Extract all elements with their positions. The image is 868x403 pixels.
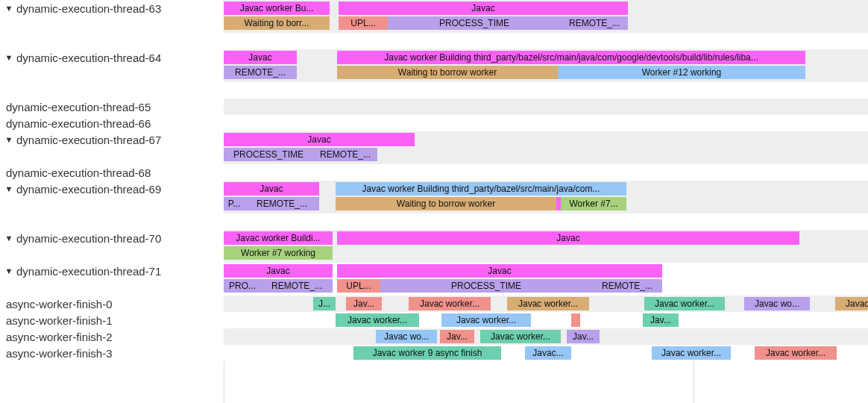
- trace-slice[interactable]: UPL...: [339, 16, 388, 30]
- thread-label[interactable]: dynamic-execution-thread-66: [0, 115, 224, 131]
- trace-slice[interactable]: Javac: [337, 231, 799, 245]
- trace-slice[interactable]: Javac worker...: [507, 297, 589, 310]
- trace-slice[interactable]: Javac wo...: [376, 330, 437, 343]
- thread-row[interactable]: ▼dynamic-execution-thread-64JavacJavac w…: [0, 49, 868, 82]
- thread-row[interactable]: async-worker-finish-3Javac worker 9 asyn…: [0, 345, 868, 361]
- trace-slice[interactable]: Waiting to borrow worker: [337, 66, 558, 79]
- trace-slice[interactable]: Javac worker Buildi...: [224, 231, 333, 245]
- thread-timeline[interactable]: Javac worker...Javac worker...Jav...: [224, 312, 868, 328]
- trace-slice[interactable]: REMOTE_...: [561, 16, 628, 30]
- trace-slice[interactable]: Jav...: [440, 330, 474, 343]
- thread-row[interactable]: ▼dynamic-execution-thread-70Javac worker…: [0, 230, 868, 263]
- trace-slice[interactable]: Javac worker 9 async finish: [353, 346, 501, 360]
- trace-slice[interactable]: Javac worker...: [336, 313, 419, 327]
- thread-label[interactable]: ▼dynamic-execution-thread-64: [0, 49, 224, 66]
- trace-slice[interactable]: Javac: [224, 133, 415, 146]
- trace-slice[interactable]: P...: [224, 197, 245, 210]
- trace-slice[interactable]: Waiting to borrow worker: [336, 197, 556, 210]
- thread-label[interactable]: async-worker-finish-0: [0, 296, 224, 312]
- thread-label[interactable]: async-worker-finish-1: [0, 312, 224, 328]
- thread-row[interactable]: ▼dynamic-execution-thread-63Javac worker…: [0, 0, 868, 33]
- thread-label[interactable]: ▼dynamic-execution-thread-70: [0, 230, 224, 246]
- trace-slice[interactable]: Javac: [224, 51, 297, 64]
- trace-slice[interactable]: Javac wo...: [744, 297, 810, 310]
- thread-timeline[interactable]: [224, 164, 868, 181]
- trace-slice[interactable]: PROCESS_TIME: [388, 16, 561, 30]
- thread-label[interactable]: dynamic-execution-thread-68: [0, 164, 224, 181]
- chevron-down-icon[interactable]: ▼: [3, 4, 15, 13]
- trace-slice[interactable]: Jav...: [346, 297, 382, 310]
- thread-name: async-worker-finish-0: [6, 298, 113, 310]
- trace-slice[interactable]: REMOTE_...: [245, 197, 319, 210]
- chevron-down-icon[interactable]: ▼: [3, 53, 15, 62]
- trace-slice[interactable]: Javac wo...: [835, 297, 868, 310]
- thread-name: dynamic-execution-thread-67: [16, 134, 161, 146]
- trace-slice[interactable]: PROCESS_TIME: [224, 148, 313, 161]
- thread-timeline[interactable]: JavacJavac worker Building third_party/b…: [224, 49, 868, 82]
- trace-slice[interactable]: Javac worker...: [644, 297, 725, 310]
- trace-slice[interactable]: Javac worker Bu...: [224, 1, 330, 15]
- thread-label[interactable]: ▼dynamic-execution-thread-69: [0, 181, 224, 197]
- thread-timeline[interactable]: JavacJavacPRO...REMOTE_...UPL...PROCESS_…: [224, 263, 868, 296]
- trace-viewer[interactable]: ▼dynamic-execution-thread-63Javac worker…: [0, 0, 868, 403]
- trace-slice[interactable]: PROCESS_TIME: [380, 279, 592, 293]
- thread-row[interactable]: ▼dynamic-execution-thread-71JavacJavacPR…: [0, 263, 868, 296]
- trace-slice[interactable]: Javac worker...: [441, 313, 531, 327]
- thread-label[interactable]: async-worker-finish-2: [0, 328, 224, 345]
- trace-slice[interactable]: J...: [313, 297, 336, 310]
- trace-slice[interactable]: PRO...: [224, 279, 261, 293]
- trace-slice[interactable]: [571, 313, 580, 327]
- chevron-down-icon[interactable]: ▼: [3, 135, 15, 144]
- trace-slice[interactable]: Waiting to borr...: [224, 16, 330, 30]
- trace-slice[interactable]: Javac: [224, 182, 319, 196]
- thread-name: dynamic-execution-thread-70: [16, 232, 161, 245]
- trace-slice[interactable]: Worker #7...: [561, 197, 626, 210]
- trace-slice[interactable]: UPL...: [337, 279, 380, 293]
- thread-timeline[interactable]: [224, 99, 868, 115]
- chevron-down-icon[interactable]: ▼: [3, 184, 15, 193]
- thread-row[interactable]: dynamic-execution-thread-65: [0, 99, 868, 115]
- thread-row[interactable]: ▼dynamic-execution-thread-67JavacPROCESS…: [0, 131, 868, 164]
- thread-label[interactable]: async-worker-finish-3: [0, 345, 224, 361]
- trace-slice[interactable]: Javac worker Building third_party/bazel/…: [336, 182, 626, 196]
- trace-slice[interactable]: Javac: [224, 264, 333, 278]
- trace-slice[interactable]: REMOTE_...: [592, 279, 662, 293]
- thread-label[interactable]: dynamic-execution-thread-65: [0, 99, 224, 115]
- thread-name: dynamic-execution-thread-69: [16, 183, 161, 196]
- trace-slice[interactable]: Worker #7 working: [224, 246, 333, 260]
- trace-slice[interactable]: Worker #12 working: [558, 66, 805, 79]
- trace-slice[interactable]: REMOTE_...: [224, 66, 297, 79]
- thread-row[interactable]: dynamic-execution-thread-68: [0, 164, 868, 181]
- trace-slice[interactable]: Jav...: [643, 313, 679, 327]
- trace-slice[interactable]: Javac worker...: [755, 346, 837, 360]
- thread-timeline[interactable]: Javac worker Bu...JavacWaiting to borr..…: [224, 0, 868, 33]
- trace-slice[interactable]: Jav...: [567, 330, 600, 343]
- thread-name: async-worker-finish-3: [6, 347, 113, 360]
- thread-label[interactable]: ▼dynamic-execution-thread-71: [0, 263, 224, 279]
- trace-slice[interactable]: REMOTE_...: [261, 279, 333, 293]
- thread-timeline[interactable]: Javac worker 9 async finishJavac...Javac…: [224, 345, 868, 361]
- thread-timeline[interactable]: Javac wo...Jav...Javac worker...Jav...: [224, 328, 868, 345]
- chevron-down-icon[interactable]: ▼: [3, 266, 15, 275]
- thread-label[interactable]: ▼dynamic-execution-thread-67: [0, 131, 224, 148]
- trace-slice[interactable]: Javac worker...: [652, 346, 731, 360]
- trace-slice[interactable]: Javac: [337, 264, 662, 278]
- thread-timeline[interactable]: JavacPROCESS_TIMEREMOTE_...: [224, 131, 868, 164]
- trace-slice[interactable]: Javac...: [525, 346, 571, 360]
- thread-timeline[interactable]: J...Jav...Javac worker...Javac worker...…: [224, 296, 868, 312]
- thread-timeline[interactable]: JavacJavac worker Building third_party/b…: [224, 181, 868, 213]
- trace-slice[interactable]: Javac: [339, 1, 628, 15]
- thread-label[interactable]: ▼dynamic-execution-thread-63: [0, 0, 224, 16]
- trace-slice[interactable]: Javac worker...: [409, 297, 491, 310]
- trace-slice[interactable]: REMOTE_...: [313, 148, 377, 161]
- thread-row[interactable]: async-worker-finish-2Javac wo...Jav...Ja…: [0, 328, 868, 345]
- chevron-down-icon[interactable]: ▼: [3, 234, 15, 243]
- trace-slice[interactable]: Javac worker...: [480, 330, 561, 343]
- thread-timeline[interactable]: [224, 115, 868, 131]
- trace-slice[interactable]: Javac worker Building third_party/bazel/…: [337, 51, 805, 64]
- thread-row[interactable]: async-worker-finish-1Javac worker...Java…: [0, 312, 868, 328]
- thread-row[interactable]: async-worker-finish-0J...Jav...Javac wor…: [0, 296, 868, 312]
- thread-row[interactable]: dynamic-execution-thread-66: [0, 115, 868, 131]
- thread-timeline[interactable]: Javac worker Buildi...JavacWorker #7 wor…: [224, 230, 868, 263]
- thread-row[interactable]: ▼dynamic-execution-thread-69JavacJavac w…: [0, 181, 868, 213]
